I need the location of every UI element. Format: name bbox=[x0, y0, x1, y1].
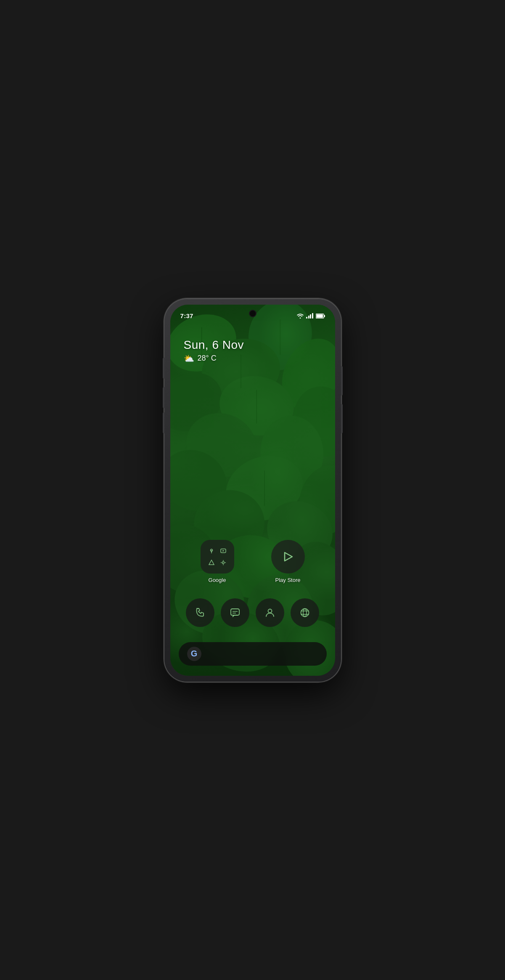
svg-marker-38 bbox=[285, 552, 292, 561]
google-folder-app[interactable]: Google bbox=[201, 540, 234, 583]
status-time: 7:37 bbox=[180, 312, 193, 319]
svg-rect-28 bbox=[316, 314, 323, 317]
dock bbox=[179, 596, 327, 629]
date-text: Sun, 6 Nov bbox=[184, 338, 244, 352]
google-folder-label: Google bbox=[209, 577, 226, 583]
phone-device: 7:37 bbox=[164, 299, 341, 682]
play-store-label: Play Store bbox=[275, 577, 301, 583]
svg-rect-27 bbox=[324, 315, 325, 317]
svg-marker-31 bbox=[222, 550, 224, 552]
phone-icon bbox=[194, 607, 206, 619]
weather-icon: ⛅ bbox=[184, 353, 194, 364]
date-widget: Sun, 6 Nov ⛅ 28° C bbox=[184, 338, 244, 364]
apps-area: Google Play Store bbox=[170, 540, 335, 583]
battery-icon bbox=[316, 313, 325, 319]
messages-icon bbox=[229, 607, 241, 619]
svg-point-43 bbox=[301, 608, 309, 616]
status-icons bbox=[297, 313, 325, 319]
wifi-icon bbox=[297, 313, 304, 319]
svg-point-42 bbox=[268, 609, 272, 613]
browser-icon bbox=[299, 607, 311, 619]
svg-point-33 bbox=[222, 561, 224, 563]
photos-mini-icon bbox=[218, 558, 228, 568]
search-bar[interactable]: G bbox=[179, 642, 327, 666]
play-store-icon[interactable] bbox=[271, 540, 305, 574]
dock-contacts[interactable] bbox=[256, 598, 284, 627]
play-store-svg bbox=[281, 550, 295, 563]
dock-phone[interactable] bbox=[186, 598, 214, 627]
svg-rect-39 bbox=[231, 609, 239, 615]
drive-mini-icon bbox=[206, 558, 217, 568]
google-folder-icon[interactable] bbox=[201, 540, 234, 574]
phone-screen: 7:37 bbox=[170, 305, 335, 676]
maps-mini-icon bbox=[206, 546, 217, 556]
weather-temperature: 28° C bbox=[198, 354, 217, 363]
signal-icon bbox=[306, 313, 313, 319]
youtube-mini-icon bbox=[218, 546, 228, 556]
camera-notch bbox=[250, 311, 256, 316]
google-g-logo: G bbox=[187, 647, 201, 661]
dock-browser[interactable] bbox=[291, 598, 319, 627]
svg-marker-32 bbox=[209, 560, 214, 565]
contacts-icon bbox=[264, 607, 276, 619]
dock-messages[interactable] bbox=[221, 598, 249, 627]
weather-row: ⛅ 28° C bbox=[184, 353, 244, 364]
play-store-app[interactable]: Play Store bbox=[271, 540, 305, 583]
svg-point-44 bbox=[303, 608, 307, 616]
